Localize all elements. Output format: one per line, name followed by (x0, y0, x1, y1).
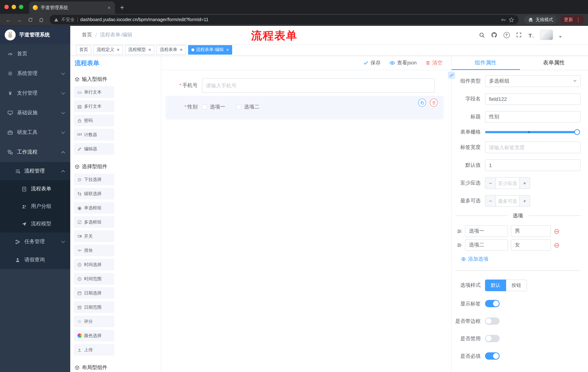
default-value-input[interactable] (485, 159, 581, 171)
tab-form-props[interactable]: 表单属性 (520, 56, 588, 70)
palette-item-time-picker[interactable]: 时间选择 (74, 259, 114, 270)
minimize-window-button[interactable] (12, 5, 16, 9)
checkbox-box[interactable] (202, 105, 207, 110)
browser-tab[interactable]: 芋道管理系统 × (29, 1, 115, 14)
user-avatar[interactable] (540, 30, 553, 40)
address-bar[interactable]: 不安全 dashboard.yudao.iocoder.cn/bpm/manag… (50, 15, 518, 24)
clear-button[interactable]: 清空 (425, 60, 442, 66)
breadcrumb-home[interactable]: 首页 (82, 32, 92, 38)
browser-menu-icon[interactable]: ⋮ (576, 17, 581, 22)
show-label-switch[interactable] (485, 300, 500, 307)
selected-component-gender[interactable]: *性别 选项一 选项二 (166, 96, 443, 119)
tag-close-icon[interactable]: × (226, 47, 229, 52)
tab-close-icon[interactable]: × (107, 5, 111, 11)
palette-item-slider[interactable]: 滑块 (74, 244, 114, 256)
option-style-default[interactable]: 默认 (485, 279, 506, 291)
tab-component-props[interactable]: 组件属性 (452, 56, 520, 70)
copy-component-button[interactable] (418, 99, 426, 107)
sidebar-item-process-form[interactable]: 流程表单 (0, 180, 70, 198)
sidebar-item-devtools[interactable]: 研发工具 (0, 123, 70, 142)
drag-handle-icon[interactable] (457, 242, 462, 248)
tag-process-form[interactable]: 流程表单 × (157, 45, 186, 54)
palette-item-color-picker[interactable]: 颜色选择 (74, 330, 114, 341)
sidebar-item-payment[interactable]: ¥ 支付管理 (0, 83, 70, 103)
increase-button[interactable]: + (519, 178, 530, 189)
forward-icon[interactable]: → (15, 15, 24, 24)
field-name-input[interactable] (485, 93, 581, 105)
sidebar-item-infrastructure[interactable]: 基础设施 (0, 103, 70, 123)
palette-item-time-range[interactable]: 时间范围 (74, 273, 114, 285)
add-option-button[interactable]: ⊕ 添加选项 (461, 256, 581, 262)
password-key-icon[interactable] (501, 17, 506, 22)
tag-close-icon[interactable]: × (147, 47, 151, 52)
maximize-window-button[interactable] (19, 5, 23, 9)
checkbox-box[interactable] (236, 105, 241, 110)
fullscreen-icon[interactable] (515, 31, 523, 39)
canvas-field-gender[interactable]: *性别 选项一 选项二 (166, 104, 443, 110)
palette-item-rate[interactable]: ☆评分 (74, 316, 114, 327)
form-canvas[interactable]: *手机号 (161, 70, 451, 372)
new-tab-button[interactable]: + (120, 4, 124, 11)
sidebar-item-workflow[interactable]: 工作流程 (0, 142, 70, 162)
component-type-select[interactable]: 多选框组 (485, 75, 581, 87)
view-json-button[interactable]: 查看json (389, 60, 417, 66)
tag-home[interactable]: 首页 (76, 45, 91, 54)
sidebar-item-leave-query[interactable]: 请假查询 (0, 251, 70, 269)
tag-close-icon[interactable]: × (116, 47, 119, 52)
url-text[interactable]: dashboard.yudao.iocoder.cn/bpm/manager/f… (80, 17, 498, 22)
github-icon[interactable] (491, 31, 498, 39)
option-value-input[interactable] (511, 239, 551, 251)
sidebar-logo[interactable]: 芋道管理系统 (0, 26, 70, 44)
home-icon[interactable] (36, 15, 46, 24)
option-value-input[interactable] (511, 225, 551, 237)
decrease-button[interactable]: − (485, 178, 496, 189)
phone-input[interactable] (202, 78, 435, 93)
remove-option-icon[interactable]: ⊖ (554, 242, 560, 248)
bookmark-star-icon[interactable] (509, 17, 514, 22)
palette-item-checkbox-group[interactable]: ☑多选框组 (74, 216, 114, 228)
search-icon[interactable] (478, 31, 485, 39)
palette-item-single-line-text[interactable]: ▭单行文本 (74, 86, 114, 98)
min-select-input[interactable] (496, 178, 519, 189)
close-window-button[interactable] (4, 5, 9, 9)
palette-item-date-range[interactable]: 日期范围 (74, 301, 114, 313)
link-icon[interactable] (448, 72, 455, 79)
title-input[interactable] (485, 111, 581, 123)
palette-item-upload[interactable]: 上传 (74, 344, 114, 356)
reload-icon[interactable] (25, 15, 35, 24)
grid-slider[interactable] (485, 131, 577, 133)
sidebar-item-home[interactable]: 首页 (0, 44, 70, 64)
disabled-switch[interactable] (485, 335, 500, 342)
tag-close-icon[interactable]: × (179, 47, 182, 52)
option-label-input[interactable] (465, 225, 508, 237)
decrease-button[interactable]: − (485, 195, 496, 206)
sidebar-item-user-group[interactable]: 用户分组 (0, 198, 70, 215)
tag-process-model[interactable]: 流程模型 × (125, 45, 154, 54)
slider-handle[interactable] (574, 129, 580, 135)
drag-handle-icon[interactable] (457, 228, 462, 234)
label-width-input[interactable] (485, 142, 581, 153)
save-button[interactable]: 保存 (363, 60, 381, 66)
max-select-input[interactable] (496, 195, 519, 206)
palette-item-switch[interactable]: 开关 (74, 230, 114, 242)
security-label[interactable]: 不安全 (61, 17, 75, 23)
delete-component-button[interactable] (430, 99, 438, 107)
canvas-field-phone[interactable]: *手机号 (166, 78, 451, 93)
palette-item-multi-line-text[interactable]: ▤多行文本 (74, 100, 114, 112)
palette-item-cascader[interactable]: 级联选择 (74, 188, 114, 200)
checkbox-option-2[interactable]: 选项二 (236, 104, 259, 110)
sidebar-item-process-management[interactable]: 流程管理 (0, 162, 70, 180)
help-icon[interactable]: ? (503, 31, 510, 39)
sidebar-item-system[interactable]: 系统管理 (0, 64, 70, 83)
tag-process-form-edit[interactable]: 流程表单-编辑 × (188, 45, 232, 54)
palette-item-editor[interactable]: 编辑器 (74, 143, 114, 155)
remove-option-icon[interactable]: ⊖ (554, 228, 560, 234)
browser-update-button[interactable]: 更新 ⋮ (560, 15, 584, 24)
sidebar-item-task-management[interactable]: 任务管理 (0, 233, 70, 251)
required-switch[interactable] (485, 352, 500, 360)
avatar-caret-icon[interactable] (559, 36, 562, 38)
increase-button[interactable]: + (519, 195, 530, 206)
palette-item-password[interactable]: 密码 (74, 115, 114, 126)
option-label-input[interactable] (465, 239, 508, 251)
checkbox-option-1[interactable]: 选项一 (202, 104, 225, 110)
